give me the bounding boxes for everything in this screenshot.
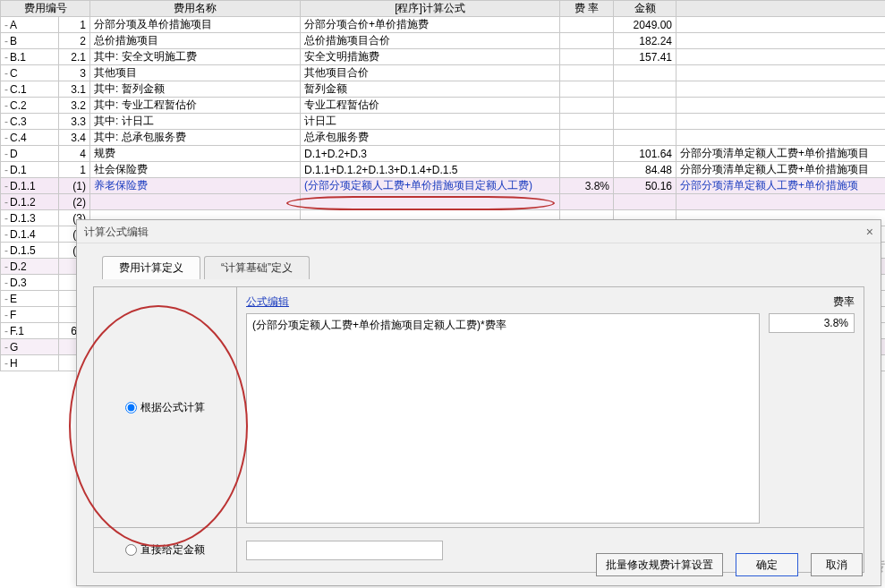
table-row[interactable]: C.23.2其中: 专业工程暂估价专业工程暂估价 — [1, 98, 886, 114]
cell-formula[interactable]: D.1+D.2+D.3 — [301, 146, 560, 162]
close-icon[interactable]: × — [866, 220, 873, 243]
cell-code[interactable]: C.4 — [1, 130, 59, 146]
cell-name[interactable]: 其中: 计日工 — [90, 114, 301, 130]
cell-name[interactable]: 其他项目 — [90, 65, 301, 81]
cell-idx[interactable]: 2.1 — [59, 49, 90, 65]
cell-idx[interactable]: 1 — [59, 17, 90, 33]
formula-edit-link[interactable]: 公式编辑 — [246, 294, 289, 310]
tab-fee-calc[interactable]: 费用计算定义 — [102, 256, 200, 279]
table-row[interactable]: B2总价措施项目总价措施项目合价182.24 — [1, 33, 886, 49]
cell-formula[interactable]: 专业工程暂估价 — [301, 98, 560, 114]
cell-basis[interactable]: 分部分项清单定额人工费+单价措施项 — [677, 178, 886, 194]
cancel-button[interactable]: 取消 — [811, 553, 863, 576]
cell-code[interactable]: D.2 — [1, 259, 59, 275]
radio-fixed-amount-input[interactable] — [125, 544, 137, 556]
th-code[interactable]: 费用编号 — [1, 1, 90, 17]
rate-input[interactable] — [769, 313, 855, 333]
cell-rate[interactable] — [560, 98, 614, 114]
cell-name[interactable]: 其中: 总承包服务费 — [90, 130, 301, 146]
cell-rate[interactable]: 3.8% — [560, 178, 614, 194]
cell-basis[interactable] — [677, 130, 886, 146]
cell-code[interactable]: D.1.3 — [1, 210, 59, 226]
cell-code[interactable]: H — [1, 355, 59, 371]
cell-amount[interactable] — [614, 194, 677, 210]
cell-name[interactable] — [90, 194, 301, 210]
cell-basis[interactable] — [677, 65, 886, 81]
cell-basis[interactable] — [677, 81, 886, 98]
cell-rate[interactable] — [560, 130, 614, 146]
table-row[interactable]: A1分部分项及单价措施项目分部分项合价+单价措施费2049.00 — [1, 17, 886, 33]
cell-idx[interactable]: (1) — [59, 178, 90, 194]
cell-formula[interactable]: 计日工 — [301, 114, 560, 130]
cell-rate[interactable] — [560, 17, 614, 33]
cell-name[interactable]: 养老保险费 — [90, 178, 301, 194]
cell-formula[interactable]: 总承包服务费 — [301, 130, 560, 146]
cell-name[interactable]: 其中: 暂列金额 — [90, 81, 301, 98]
cell-code[interactable]: D.3 — [1, 275, 59, 291]
cell-code[interactable]: D.1.2 — [1, 194, 59, 210]
cell-code[interactable]: D.1.1 — [1, 178, 59, 194]
cell-rate[interactable] — [560, 65, 614, 81]
cell-amount[interactable]: 50.16 — [614, 178, 677, 194]
table-row[interactable]: C.33.3其中: 计日工计日工 — [1, 114, 886, 130]
cell-idx[interactable]: 3.2 — [59, 98, 90, 114]
cell-code[interactable]: C.1 — [1, 81, 59, 98]
cell-basis[interactable]: 分部分项清单定额人工费+单价措施项目 — [677, 146, 886, 162]
cell-amount[interactable]: 2049.00 — [614, 17, 677, 33]
ok-button[interactable]: 确定 — [736, 553, 798, 576]
th-formula[interactable]: [程序]计算公式 — [301, 1, 560, 17]
cell-amount[interactable] — [614, 65, 677, 81]
th-amount[interactable]: 金额 — [614, 1, 677, 17]
cell-code[interactable]: B.1 — [1, 49, 59, 65]
cell-rate[interactable] — [560, 194, 614, 210]
cell-formula[interactable]: 暂列金额 — [301, 81, 560, 98]
th-name[interactable]: 费用名称 — [90, 1, 301, 17]
cell-amount[interactable] — [614, 81, 677, 98]
cell-amount[interactable]: 182.24 — [614, 33, 677, 49]
cell-amount[interactable] — [614, 98, 677, 114]
cell-name[interactable]: 其中: 安全文明施工费 — [90, 49, 301, 65]
cell-amount[interactable]: 101.64 — [614, 146, 677, 162]
cell-idx[interactable]: 3.3 — [59, 114, 90, 130]
cell-code[interactable]: D.1.5 — [1, 243, 59, 259]
cell-name[interactable]: 分部分项及单价措施项目 — [90, 17, 301, 33]
table-row[interactable]: D.11社会保险费D.1.1+D.1.2+D.1.3+D.1.4+D.1.584… — [1, 162, 886, 178]
cell-basis[interactable] — [677, 114, 886, 130]
cell-rate[interactable] — [560, 33, 614, 49]
cell-code[interactable]: F.1 — [1, 323, 59, 339]
cell-amount[interactable]: 157.41 — [614, 49, 677, 65]
cell-basis[interactable] — [677, 49, 886, 65]
cell-formula[interactable] — [301, 194, 560, 210]
cell-idx[interactable]: 2 — [59, 33, 90, 49]
cell-formula[interactable]: 安全文明措施费 — [301, 49, 560, 65]
cell-basis[interactable] — [677, 194, 886, 210]
radio-fixed-amount[interactable]: 直接给定金额 — [125, 542, 205, 558]
cell-name[interactable]: 规费 — [90, 146, 301, 162]
cell-code[interactable]: A — [1, 17, 59, 33]
cell-amount[interactable] — [614, 130, 677, 146]
cell-code[interactable]: D.1.4 — [1, 226, 59, 243]
cell-formula[interactable]: 总价措施项目合价 — [301, 33, 560, 49]
cell-code[interactable]: E — [1, 291, 59, 307]
cell-rate[interactable] — [560, 146, 614, 162]
cell-formula[interactable]: (分部分项定额人工费+单价措施项目定额人工费) — [301, 178, 560, 194]
cell-code[interactable]: G — [1, 339, 59, 355]
cell-idx[interactable]: 3.1 — [59, 81, 90, 98]
cell-code[interactable]: F — [1, 307, 59, 323]
formula-textarea[interactable]: (分部分项定额人工费+单价措施项目定额人工费)*费率 — [246, 313, 760, 524]
cell-amount[interactable] — [614, 114, 677, 130]
cell-formula[interactable]: 分部分项合价+单价措施费 — [301, 17, 560, 33]
cell-formula[interactable]: 其他项目合价 — [301, 65, 560, 81]
cell-code[interactable]: C.3 — [1, 114, 59, 130]
table-row[interactable]: C.13.1其中: 暂列金额暂列金额 — [1, 81, 886, 98]
cell-rate[interactable] — [560, 81, 614, 98]
cell-rate[interactable] — [560, 49, 614, 65]
radio-by-formula-input[interactable] — [125, 402, 137, 413]
cell-idx[interactable]: 3.4 — [59, 130, 90, 146]
cell-amount[interactable]: 84.48 — [614, 162, 677, 178]
table-row[interactable]: D.1.2(2) — [1, 194, 886, 210]
cell-idx[interactable]: (2) — [59, 194, 90, 210]
cell-name[interactable]: 其中: 专业工程暂估价 — [90, 98, 301, 114]
cell-rate[interactable] — [560, 114, 614, 130]
table-row[interactable]: D.1.1(1)养老保险费(分部分项定额人工费+单价措施项目定额人工费)3.8%… — [1, 178, 886, 194]
